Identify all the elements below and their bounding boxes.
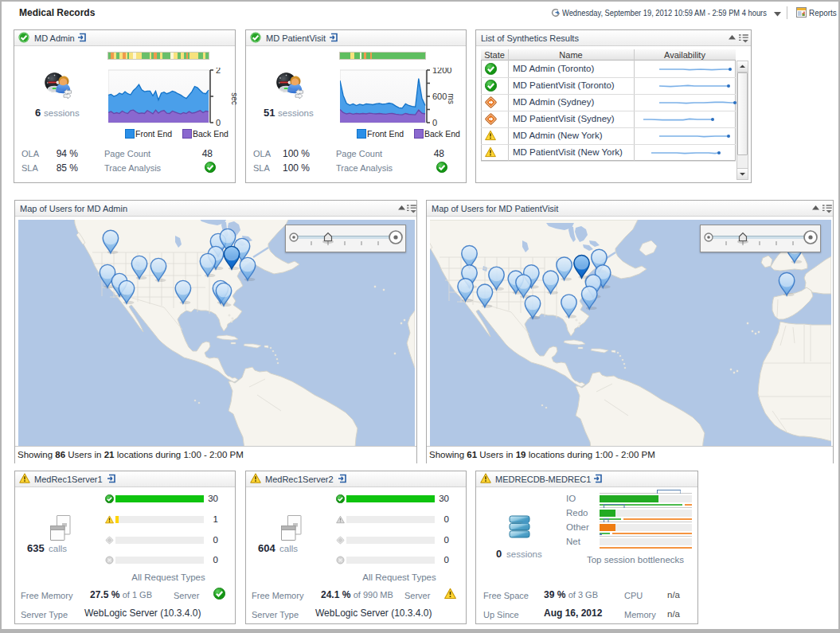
svg-text:600: 600 <box>432 92 447 101</box>
svg-text:2: 2 <box>216 68 221 75</box>
svg-text:1200: 1200 <box>432 68 451 75</box>
svg-text:0: 0 <box>432 118 437 127</box>
svg-text:sec: sec <box>230 92 239 105</box>
svg-text:ms: ms <box>447 93 455 104</box>
svg-text:0: 0 <box>216 118 221 127</box>
